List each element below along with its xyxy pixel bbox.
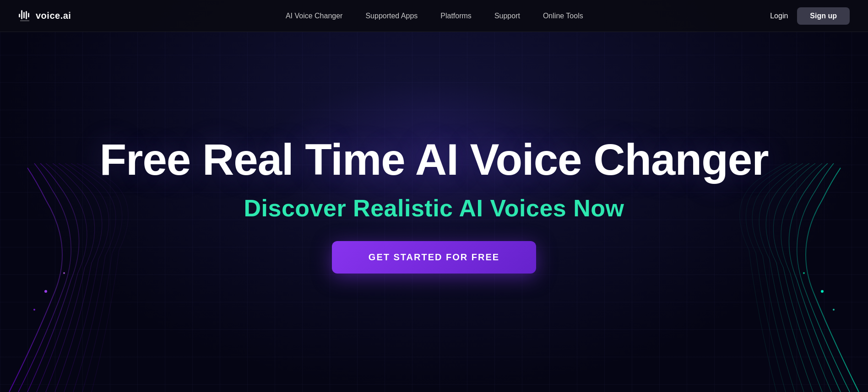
nav-supported-apps[interactable]: Supported Apps — [365, 12, 418, 20]
signup-button[interactable]: Sign up — [797, 7, 850, 25]
nav-platforms[interactable]: Platforms — [440, 12, 472, 20]
svg-rect-6 — [21, 10, 22, 19]
nav-support[interactable]: Support — [494, 12, 520, 20]
svg-rect-9 — [28, 13, 29, 17]
hero-subtitle: Discover Realistic AI Voices Now — [244, 194, 624, 222]
hero-section: Free Real Time AI Voice Changer Discover… — [0, 0, 868, 392]
hero-title: Free Real Time AI Voice Changer — [99, 137, 768, 183]
nav-online-tools[interactable]: Online Tools — [543, 12, 583, 20]
login-button[interactable]: Login — [770, 12, 788, 20]
svg-rect-10 — [19, 14, 20, 17]
logo-icon — [18, 8, 31, 24]
nav-actions: Login Sign up — [770, 7, 850, 25]
svg-rect-8 — [26, 11, 27, 19]
nav-links: AI Voice Changer Supported Apps Platform… — [98, 12, 770, 20]
hero-content: Free Real Time AI Voice Changer Discover… — [99, 137, 768, 273]
nav-ai-voice-changer[interactable]: AI Voice Changer — [286, 12, 343, 20]
svg-rect-7 — [23, 12, 25, 18]
cta-button[interactable]: GET STARTED FOR FREE — [332, 241, 536, 274]
logo-text: voice.ai — [36, 11, 71, 21]
navbar: voice.ai AI Voice Changer Supported Apps… — [0, 0, 868, 32]
logo[interactable]: voice.ai — [18, 8, 71, 24]
